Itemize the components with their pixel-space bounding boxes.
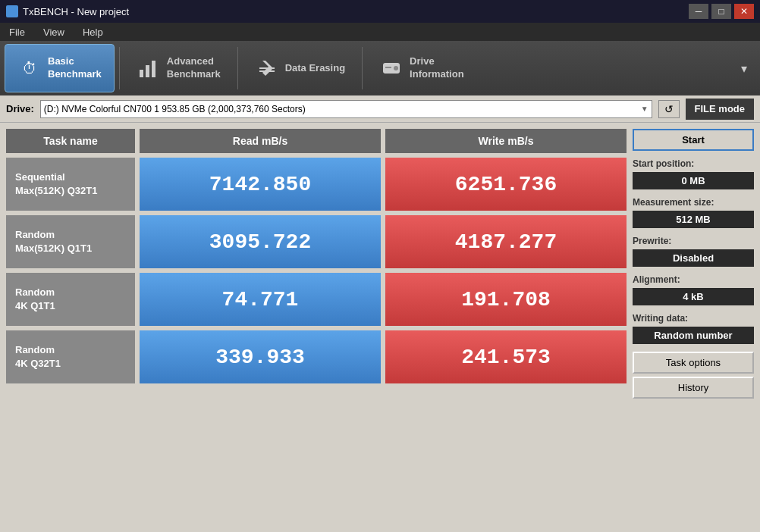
- menu-view[interactable]: View: [40, 25, 68, 39]
- history-button[interactable]: History: [633, 377, 754, 399]
- menu-help[interactable]: Help: [80, 25, 106, 39]
- drive-information-label: DriveInformation: [410, 55, 464, 81]
- toolbar-btn-data-erasing[interactable]: Data Erasing: [243, 44, 357, 92]
- header-write: Write mB/s: [385, 129, 627, 153]
- prewrite-label: Prewrite:: [633, 236, 754, 246]
- row-label-random-4k-q32t1: Random4K Q32T1: [6, 330, 135, 383]
- benchmark-row-random-4k-q32t1: Random4K Q32T1 339.933 241.573: [6, 330, 627, 383]
- window-controls: ─ □ ✕: [689, 4, 754, 19]
- start-position-label: Start position:: [633, 158, 754, 169]
- writing-data-label: Writing data:: [633, 313, 754, 324]
- separator-3: [362, 47, 363, 89]
- row-read-random-4k-q1t1: 74.771: [140, 273, 381, 326]
- svg-rect-0: [140, 70, 143, 77]
- advanced-benchmark-label: AdvancedBenchmark: [167, 55, 221, 81]
- header-read: Read mB/s: [140, 129, 381, 153]
- header-task-name: Task name: [6, 129, 135, 153]
- basic-benchmark-label: BasicBenchmark: [48, 55, 102, 81]
- start-button[interactable]: Start: [633, 129, 754, 151]
- task-options-button[interactable]: Task options: [633, 352, 754, 374]
- start-position-value: 0 MB: [633, 172, 754, 189]
- alignment-label: Alignment:: [633, 274, 754, 285]
- row-write-random-4k-q1t1: 191.708: [385, 273, 627, 326]
- drive-label: Drive:: [6, 103, 34, 114]
- clock-icon: ⏱: [17, 56, 42, 80]
- app-icon: [6, 5, 18, 17]
- row-write-sequential-max: 6251.736: [385, 158, 627, 211]
- separator-2: [237, 47, 238, 89]
- erase-icon: [255, 56, 279, 80]
- measurement-size-value: 512 MB: [633, 211, 754, 228]
- svg-rect-8: [385, 67, 391, 68]
- main-content: Task name Read mB/s Write mB/s Sequentia…: [0, 123, 760, 532]
- close-button[interactable]: ✕: [734, 4, 754, 19]
- row-write-random-4k-q32t1: 241.573: [385, 330, 627, 383]
- toolbar-btn-basic-benchmark[interactable]: ⏱ BasicBenchmark: [5, 44, 115, 92]
- svg-rect-2: [152, 61, 155, 77]
- benchmark-row-random-max: RandomMax(512K) Q1T1 3095.722 4187.277: [6, 215, 627, 268]
- alignment-value: 4 kB: [633, 288, 754, 305]
- drive-bar: Drive: (D:) NVMe Colorful CN700 1 953.85…: [0, 95, 760, 123]
- minimize-button[interactable]: ─: [689, 4, 708, 19]
- data-erasing-label: Data Erasing: [285, 62, 345, 75]
- benchmark-row-sequential-max: SequentialMax(512K) Q32T1 7142.850 6251.…: [6, 158, 627, 211]
- chevron-down-icon: ▼: [641, 105, 649, 113]
- title-bar: TxBENCH - New project ─ □ ✕: [0, 0, 760, 23]
- benchmark-row-random-4k-q1t1: Random4K Q1T1 74.771 191.708: [6, 273, 627, 326]
- toolbar-btn-drive-information[interactable]: DriveInformation: [367, 44, 476, 92]
- toolbar: ⏱ BasicBenchmark AdvancedBenchmark Data …: [0, 41, 760, 95]
- row-label-random-max: RandomMax(512K) Q1T1: [6, 215, 135, 268]
- file-mode-button[interactable]: FILE mode: [686, 99, 754, 120]
- right-panel: Start Start position: 0 MB Measurement s…: [633, 129, 754, 532]
- menu-file[interactable]: File: [6, 25, 28, 39]
- benchmark-header-row: Task name Read mB/s Write mB/s: [6, 129, 627, 153]
- title-bar-left: TxBENCH - New project: [6, 5, 129, 17]
- toolbar-btn-advanced-benchmark[interactable]: AdvancedBenchmark: [124, 44, 233, 92]
- row-read-sequential-max: 7142.850: [140, 158, 381, 211]
- row-read-random-max: 3095.722: [140, 215, 381, 268]
- prewrite-value: Disabled: [633, 249, 754, 267]
- maximize-button[interactable]: □: [711, 4, 731, 19]
- writing-data-value: Random number: [633, 327, 754, 344]
- svg-rect-1: [146, 65, 149, 77]
- menu-bar: File View Help: [0, 23, 760, 41]
- measurement-size-label: Measurement size:: [633, 197, 754, 208]
- drive-icon: [379, 56, 404, 80]
- chart-icon: [137, 56, 161, 80]
- separator-1: [119, 47, 120, 89]
- window-title: TxBENCH - New project: [23, 6, 129, 17]
- row-write-random-max: 4187.277: [385, 215, 627, 268]
- svg-point-7: [394, 66, 398, 70]
- drive-select-value: (D:) NVMe Colorful CN700 1 953.85 GB (2,…: [44, 104, 306, 114]
- benchmark-panel: Task name Read mB/s Write mB/s Sequentia…: [6, 129, 627, 532]
- toolbar-dropdown[interactable]: ▾: [733, 44, 755, 92]
- row-label-sequential-max: SequentialMax(512K) Q32T1: [6, 158, 135, 211]
- drive-select[interactable]: (D:) NVMe Colorful CN700 1 953.85 GB (2,…: [40, 100, 652, 118]
- row-read-random-4k-q32t1: 339.933: [140, 330, 381, 383]
- drive-refresh-button[interactable]: ↺: [658, 100, 680, 118]
- row-label-random-4k-q1t1: Random4K Q1T1: [6, 273, 135, 326]
- refresh-icon: ↺: [664, 103, 674, 115]
